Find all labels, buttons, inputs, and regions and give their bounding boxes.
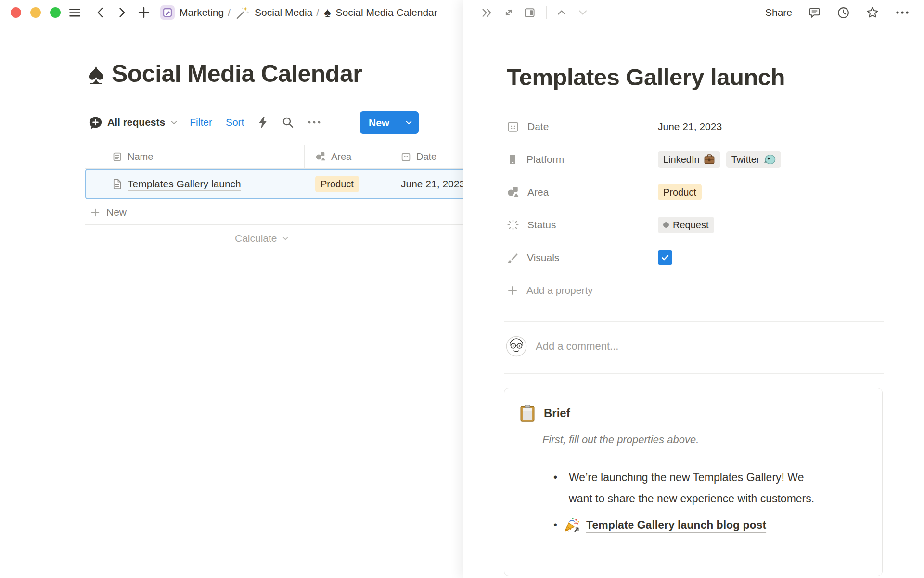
sort-button[interactable]: Sort — [226, 117, 244, 128]
date-value[interactable]: June 21, 2023 — [658, 121, 722, 132]
comment-placeholder: Add a comment... — [536, 340, 618, 353]
search-icon[interactable] — [282, 116, 294, 129]
party-popper-icon — [563, 516, 580, 534]
breadcrumb-item-social-media[interactable]: Social Media — [255, 7, 312, 18]
sidebar-toggle-icon[interactable] — [68, 6, 81, 19]
record-title[interactable]: Templates Gallery launch — [507, 64, 785, 91]
expand-page-icon[interactable] — [502, 6, 515, 19]
brief-hint[interactable]: First, fill out the properties above. — [542, 434, 699, 446]
comments-icon[interactable] — [808, 6, 821, 19]
brief-callout-card: Brief First, fill out the properties abo… — [504, 388, 883, 576]
column-label: Name — [128, 151, 153, 162]
page-link[interactable]: Template Gallery launch blog post — [586, 514, 766, 536]
page-icon — [112, 179, 122, 190]
date-cell[interactable]: June 21, 2023 — [401, 178, 465, 190]
calculate-label: Calculate — [235, 233, 277, 244]
view-selector[interactable]: All requests — [89, 116, 178, 130]
status-tag[interactable]: Request — [658, 217, 714, 233]
breadcrumb-separator: / — [228, 7, 231, 18]
memo-icon — [160, 5, 175, 20]
property-list: Date June 21, 2023 Platform LinkedIn — [507, 110, 882, 307]
favorite-star-icon[interactable] — [866, 6, 879, 19]
back-icon[interactable] — [95, 6, 106, 19]
brief-title[interactable]: Brief — [544, 407, 570, 420]
status-dot — [663, 222, 669, 228]
previous-record-icon[interactable] — [555, 6, 568, 19]
breadcrumb-separator: / — [316, 7, 319, 18]
column-header-name[interactable]: Name — [85, 145, 304, 168]
more-options-icon[interactable] — [895, 10, 910, 15]
calendar-icon — [401, 152, 411, 162]
breadcrumb-item-marketing[interactable]: Marketing — [180, 7, 224, 18]
share-button[interactable]: Share — [765, 7, 792, 18]
bullet-text: We’re launching the new Templates Galler… — [569, 467, 823, 509]
column-header-area[interactable]: Area — [304, 145, 390, 168]
row-title[interactable]: Templates Gallery launch — [128, 178, 241, 190]
area-tag[interactable]: Product — [315, 176, 359, 192]
plus-icon — [507, 285, 518, 296]
property-row-platform[interactable]: Platform LinkedIn Twitter — [507, 143, 882, 176]
bullet-item[interactable]: • Template Gallery launch blog post — [553, 514, 823, 536]
bird-icon — [764, 154, 776, 165]
tag-label: Twitter — [732, 154, 760, 165]
table-new-row-button[interactable]: New — [85, 200, 463, 225]
divider — [542, 456, 869, 456]
breadcrumb-item-social-media-calendar[interactable]: Social Media Calendar — [335, 7, 437, 18]
zoom-window-button[interactable] — [50, 7, 61, 18]
platform-tag-twitter[interactable]: Twitter — [726, 151, 781, 168]
calculate-button[interactable]: Calculate — [235, 233, 289, 244]
briefcase-icon — [704, 154, 715, 165]
filter-button[interactable]: Filter — [190, 117, 212, 128]
page-title-text[interactable]: Social Media Calendar — [112, 60, 362, 88]
add-property-button[interactable]: Add a property — [507, 274, 882, 307]
close-peek-icon[interactable] — [481, 6, 494, 19]
new-tab-icon[interactable] — [137, 6, 151, 19]
status-icon — [507, 219, 519, 231]
view-toolbar: All requests Filter Sort — [89, 110, 334, 134]
property-row-visuals[interactable]: Visuals — [507, 241, 882, 274]
select-column-icon — [315, 151, 326, 162]
chevron-down-icon — [170, 118, 178, 127]
new-entry-button-label: New — [360, 111, 398, 134]
divider — [504, 321, 884, 322]
property-row-area[interactable]: Area Product — [507, 176, 882, 209]
requests-view-icon — [89, 116, 103, 130]
new-entry-button[interactable]: New — [360, 111, 419, 134]
bullet-marker: • — [553, 467, 557, 509]
property-label: Platform — [526, 154, 564, 165]
tag-label: LinkedIn — [663, 154, 700, 165]
clipboard-icon — [519, 404, 536, 422]
side-peek-layout-icon[interactable] — [524, 7, 536, 19]
chevron-down-icon — [282, 235, 289, 242]
peek-panel: Share Templates — [463, 0, 924, 578]
automations-icon[interactable] — [257, 116, 268, 129]
property-row-status[interactable]: Status Request — [507, 209, 882, 241]
property-row-date[interactable]: Date June 21, 2023 — [507, 110, 882, 143]
window-topbar: Marketing / Social Media / ♠ Social Medi… — [0, 0, 441, 25]
chevron-down-icon — [405, 118, 413, 127]
page-title: ♠ Social Media Calendar — [88, 59, 362, 89]
history-icon[interactable] — [837, 6, 850, 19]
comment-composer[interactable]: Add a comment... — [506, 336, 618, 357]
visuals-checkbox[interactable] — [658, 250, 672, 265]
spade-page-icon[interactable]: ♠ — [88, 59, 104, 89]
new-entry-dropdown[interactable] — [398, 111, 419, 134]
column-label: Date — [416, 151, 436, 162]
check-icon — [660, 253, 670, 263]
minimize-window-button[interactable] — [30, 7, 41, 18]
phone-icon — [507, 153, 518, 166]
view-options-icon[interactable] — [308, 120, 321, 125]
select-property-icon — [507, 186, 519, 198]
close-window-button[interactable] — [11, 7, 21, 18]
status-label: Request — [673, 220, 709, 231]
next-record-icon[interactable] — [577, 6, 589, 19]
platform-tag-linkedin[interactable]: LinkedIn — [658, 151, 720, 168]
plus-icon — [90, 207, 101, 218]
bullet-item[interactable]: • We’re launching the new Templates Gall… — [553, 467, 823, 509]
peek-topbar: Share — [463, 0, 924, 25]
forward-icon[interactable] — [116, 6, 128, 19]
property-label: Status — [527, 219, 556, 231]
area-tag[interactable]: Product — [658, 184, 702, 200]
column-label: Area — [331, 151, 351, 162]
table-new-row-label: New — [106, 207, 127, 218]
